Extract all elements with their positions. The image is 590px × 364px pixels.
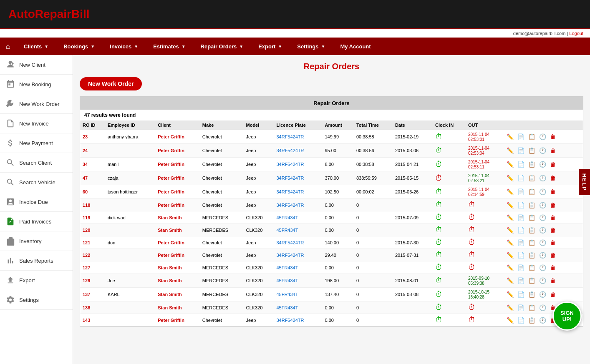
nav-repair-orders[interactable]: Repair Orders ▼ xyxy=(193,38,251,55)
history-button[interactable]: 🕐 xyxy=(538,264,547,271)
pdf-button[interactable]: 📄 xyxy=(516,277,526,284)
pdf-button[interactable]: 📄 xyxy=(516,214,526,221)
edit-button[interactable]: ✏️ xyxy=(505,161,515,168)
sidebar-item-search-client[interactable]: Search Client xyxy=(0,153,73,173)
notes-button[interactable]: 📋 xyxy=(527,239,537,246)
pdf-button[interactable]: 📄 xyxy=(516,291,526,298)
history-button[interactable]: 🕐 xyxy=(538,316,547,324)
history-button[interactable]: 🕐 xyxy=(538,304,547,311)
edit-button[interactable]: ✏️ xyxy=(505,316,515,324)
clock-in-icon[interactable]: ⏱ xyxy=(435,226,443,234)
sidebar-item-paid-invoices[interactable]: Paid Invoices xyxy=(0,212,73,231)
pdf-button[interactable]: 📄 xyxy=(516,239,526,246)
clock-in-icon[interactable]: ⏱ xyxy=(435,263,443,271)
notes-button[interactable]: 📋 xyxy=(527,214,537,221)
home-icon[interactable]: ⌂ xyxy=(0,42,16,51)
pdf-button[interactable]: 📄 xyxy=(516,201,526,209)
notes-button[interactable]: 📋 xyxy=(527,226,537,234)
edit-button[interactable]: ✏️ xyxy=(505,251,515,259)
clock-in-icon[interactable]: ⏱ xyxy=(435,238,443,246)
clock-in-icon[interactable]: ⏱ xyxy=(435,133,443,141)
edit-button[interactable]: ✏️ xyxy=(505,201,515,209)
history-button[interactable]: 🕐 xyxy=(538,277,547,284)
edit-button[interactable]: ✏️ xyxy=(505,174,515,182)
pdf-button[interactable]: 📄 xyxy=(516,226,526,234)
help-tab[interactable]: HELP xyxy=(579,169,590,195)
notes-button[interactable]: 📋 xyxy=(527,251,537,259)
sidebar-item-export[interactable]: Export xyxy=(0,271,73,290)
delete-button[interactable]: 🗑 xyxy=(549,188,557,196)
clock-in-icon[interactable]: ⏱ xyxy=(435,303,443,311)
sidebar-item-sales-reports[interactable]: Sales Reports xyxy=(0,251,73,271)
notes-button[interactable]: 📋 xyxy=(527,277,537,284)
clock-in-icon[interactable]: ⏱ xyxy=(435,251,443,259)
notes-button[interactable]: 📋 xyxy=(527,291,537,298)
pdf-button[interactable]: 📄 xyxy=(516,188,526,196)
sidebar-item-new-work-order[interactable]: New Work Order xyxy=(0,94,73,114)
notes-button[interactable]: 📋 xyxy=(527,188,537,196)
clock-in-icon[interactable]: ⏱ xyxy=(435,146,443,155)
history-button[interactable]: 🕐 xyxy=(538,133,547,141)
edit-button[interactable]: ✏️ xyxy=(505,291,515,298)
edit-button[interactable]: ✏️ xyxy=(505,133,515,141)
edit-button[interactable]: ✏️ xyxy=(505,147,515,154)
nav-export[interactable]: Export ▼ xyxy=(251,38,290,55)
out-clock-icon[interactable]: ⏱ xyxy=(468,226,476,234)
pdf-button[interactable]: 📄 xyxy=(516,304,526,311)
logout-link[interactable]: Logout xyxy=(569,31,583,36)
history-button[interactable]: 🕐 xyxy=(538,174,547,182)
history-button[interactable]: 🕐 xyxy=(538,291,547,298)
nav-invoices[interactable]: Invoices ▼ xyxy=(102,38,146,55)
out-clock-icon[interactable]: ⏱ xyxy=(468,201,476,209)
notes-button[interactable]: 📋 xyxy=(527,161,537,168)
history-button[interactable]: 🕐 xyxy=(538,251,547,259)
edit-button[interactable]: ✏️ xyxy=(505,239,515,246)
notes-button[interactable]: 📋 xyxy=(527,304,537,311)
delete-button[interactable]: 🗑 xyxy=(549,251,557,259)
pdf-button[interactable]: 📄 xyxy=(516,174,526,182)
sidebar-item-new-payment[interactable]: New Payment xyxy=(0,133,73,153)
notes-button[interactable]: 📋 xyxy=(527,201,537,209)
out-clock-icon[interactable]: ⏱ xyxy=(468,251,476,259)
history-button[interactable]: 🕐 xyxy=(538,161,547,168)
sidebar-item-new-client[interactable]: New Client xyxy=(0,55,73,75)
delete-button[interactable]: 🗑 xyxy=(549,239,557,246)
edit-button[interactable]: ✏️ xyxy=(505,226,515,234)
sidebar-item-search-vehicle[interactable]: Search Vehicle xyxy=(0,173,73,192)
delete-button[interactable]: 🗑 xyxy=(549,174,557,182)
pdf-button[interactable]: 📄 xyxy=(516,251,526,259)
history-button[interactable]: 🕐 xyxy=(538,201,547,209)
delete-button[interactable]: 🗑 xyxy=(549,277,557,284)
delete-button[interactable]: 🗑 xyxy=(549,226,557,234)
nav-clients[interactable]: Clients ▼ xyxy=(16,38,56,55)
delete-button[interactable]: 🗑 xyxy=(549,291,557,298)
delete-button[interactable]: 🗑 xyxy=(549,161,557,168)
edit-button[interactable]: ✏️ xyxy=(505,277,515,284)
history-button[interactable]: 🕐 xyxy=(538,226,547,234)
clock-in-icon[interactable]: ⏱ xyxy=(435,188,443,196)
notes-button[interactable]: 📋 xyxy=(527,316,537,324)
history-button[interactable]: 🕐 xyxy=(538,188,547,196)
edit-button[interactable]: ✏️ xyxy=(505,304,515,311)
nav-my-account[interactable]: My Account xyxy=(333,38,378,55)
notes-button[interactable]: 📋 xyxy=(527,174,537,182)
pdf-button[interactable]: 📄 xyxy=(516,161,526,168)
out-clock-icon[interactable]: ⏱ xyxy=(468,238,476,246)
new-work-order-button[interactable]: New Work Order xyxy=(80,77,142,90)
notes-button[interactable]: 📋 xyxy=(527,133,537,141)
sidebar-item-inventory[interactable]: Inventory xyxy=(0,231,73,251)
clock-in-icon[interactable]: ⏱ xyxy=(435,213,443,221)
pdf-button[interactable]: 📄 xyxy=(516,316,526,324)
out-clock-icon[interactable]: ⏱ xyxy=(468,213,476,221)
nav-settings[interactable]: Settings ▼ xyxy=(290,38,333,55)
out-clock-icon[interactable]: ⏱ xyxy=(468,263,476,271)
sidebar-item-new-invoice[interactable]: New Invoice xyxy=(0,114,73,133)
delete-button[interactable]: 🗑 xyxy=(549,133,557,141)
notes-button[interactable]: 📋 xyxy=(527,147,537,154)
clock-in-icon[interactable]: ⏱ xyxy=(435,174,443,182)
edit-button[interactable]: ✏️ xyxy=(505,188,515,196)
clock-in-icon[interactable]: ⏱ xyxy=(435,276,443,285)
pdf-button[interactable]: 📄 xyxy=(516,264,526,271)
edit-button[interactable]: ✏️ xyxy=(505,214,515,221)
clock-in-icon[interactable]: ⏱ xyxy=(435,290,443,299)
